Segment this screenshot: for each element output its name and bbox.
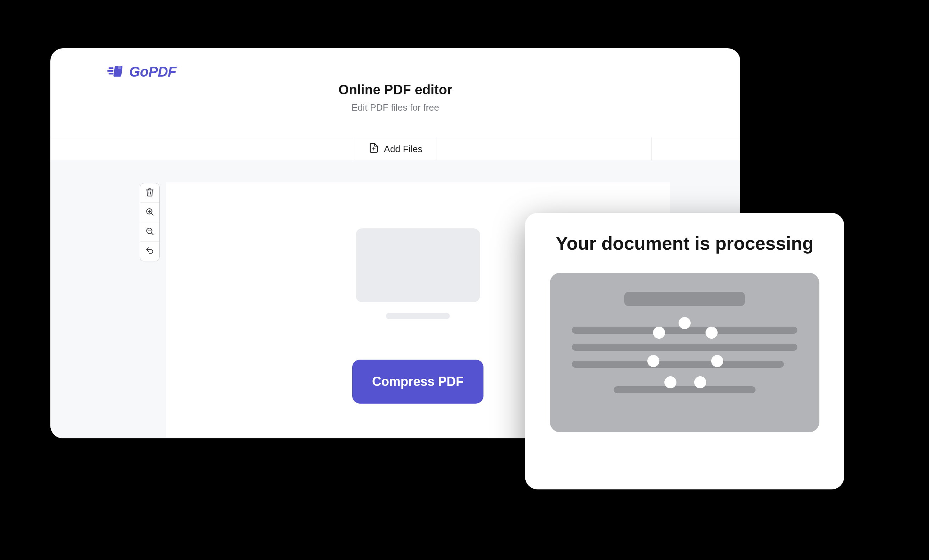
tool-strip <box>140 183 159 262</box>
svg-rect-3 <box>107 70 113 72</box>
svg-rect-1 <box>118 65 121 69</box>
toolbar-divider <box>651 137 652 161</box>
zoom-in-button[interactable] <box>140 203 159 222</box>
add-file-icon <box>368 142 379 156</box>
add-files-button[interactable]: Add Files <box>354 137 437 161</box>
processing-document-illustration <box>550 273 819 432</box>
placeholder-bar <box>624 292 745 306</box>
trash-icon <box>145 188 154 198</box>
page-title: Online PDF editor <box>51 82 740 98</box>
svg-rect-4 <box>109 73 113 75</box>
document-thumbnail-placeholder <box>356 228 480 302</box>
zoom-out-icon <box>145 226 154 237</box>
processing-title: Your document is processing <box>545 232 824 255</box>
svg-rect-2 <box>109 67 113 69</box>
loading-spinner-icon <box>649 317 720 388</box>
compress-pdf-button[interactable]: Compress PDF <box>352 360 483 404</box>
brand-name: GoPDF <box>129 64 176 80</box>
svg-line-8 <box>152 214 153 215</box>
compress-pdf-label: Compress PDF <box>372 374 464 389</box>
processing-card: Your document is processing <box>525 213 844 490</box>
brand-icon <box>107 65 124 79</box>
zoom-out-button[interactable] <box>140 222 159 242</box>
undo-button[interactable] <box>140 242 159 261</box>
toolbar: Add Files <box>51 137 740 161</box>
brand-logo[interactable]: GoPDF <box>107 64 176 80</box>
zoom-in-icon <box>145 207 154 218</box>
undo-icon <box>145 246 154 257</box>
add-files-label: Add Files <box>384 144 422 155</box>
delete-button[interactable] <box>140 184 159 203</box>
svg-line-12 <box>152 233 153 235</box>
page-subtitle: Edit PDF files for free <box>51 102 740 113</box>
document-caption-placeholder <box>386 313 450 319</box>
app-header: GoPDF Online PDF editor Edit PDF files f… <box>51 48 740 137</box>
